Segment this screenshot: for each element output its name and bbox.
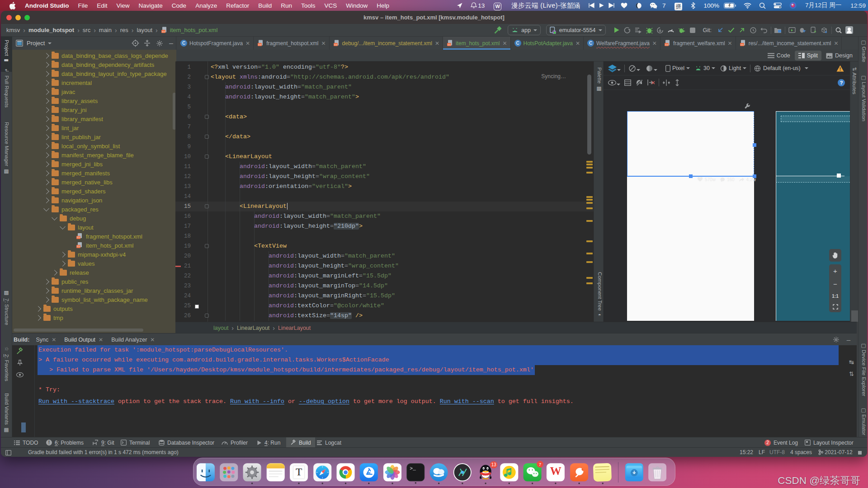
svg-text:<>: <> <box>258 43 262 47</box>
svg-text:<>: <> <box>448 43 451 47</box>
svg-text:<>: <> <box>334 43 337 47</box>
svg-text:<>: <> <box>741 43 744 47</box>
svg-text:<>: <> <box>665 43 669 47</box>
svg-text:<>: <> <box>162 30 165 33</box>
